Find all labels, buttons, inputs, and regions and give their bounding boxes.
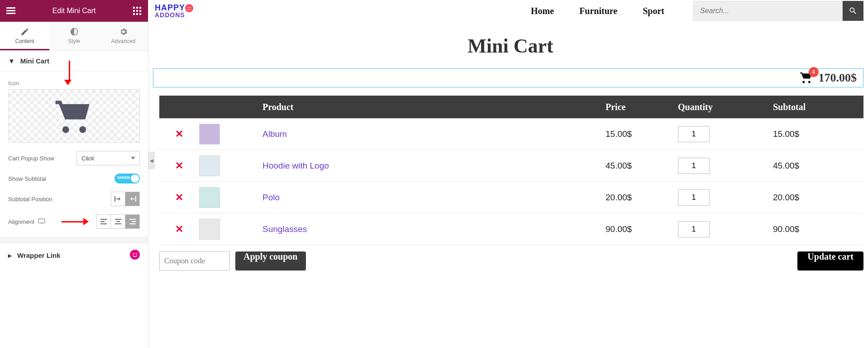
svg-rect-25 [129, 223, 136, 224]
product-thumb[interactable] [199, 219, 220, 240]
cart-icon[interactable]: 4 [799, 71, 814, 86]
cell-price: 90.00$ [606, 224, 678, 234]
icon-label: Icon [8, 80, 140, 87]
svg-point-31 [190, 7, 191, 8]
product-link[interactable]: Hoodie with Logo [262, 161, 329, 170]
quantity-input[interactable] [678, 126, 710, 142]
svg-rect-8 [139, 10, 141, 12]
icon-picker[interactable] [8, 89, 140, 143]
cart-popup-show-label: Cart Popup Show [8, 155, 54, 162]
svg-point-27 [133, 253, 134, 255]
toggle-knob [131, 174, 139, 183]
minicart-widget[interactable]: 4 170.00$ [153, 68, 863, 87]
svg-rect-14 [135, 196, 136, 202]
editor-panel: Edit Mini Cart Content Style Advanced ▼ … [0, 0, 148, 348]
show-subtotal-label: Show Subtotal [8, 175, 46, 182]
svg-rect-20 [115, 219, 121, 220]
remove-button[interactable]: ✕ [159, 223, 199, 235]
alignment-label: Alignment [8, 218, 34, 225]
main-nav: Home Furniture Sport [531, 6, 664, 16]
th-quantity: Quantity [678, 102, 773, 112]
subtotal-position-right[interactable] [125, 192, 140, 206]
alignment-group [96, 214, 140, 229]
align-right[interactable] [125, 214, 140, 229]
search-button[interactable] [843, 1, 863, 21]
tab-style-label: Style [68, 38, 80, 44]
section-mini-cart[interactable]: ▼ Mini Cart [0, 51, 148, 72]
nav-sport[interactable]: Sport [643, 6, 664, 16]
remove-button[interactable]: ✕ [159, 160, 199, 172]
product-thumb[interactable] [199, 155, 220, 176]
caret-right-icon: ▸ [8, 251, 12, 260]
site-topbar: HAPPY ADDONS Home Furniture Sport [153, 0, 868, 22]
svg-rect-23 [129, 219, 136, 220]
svg-rect-17 [100, 219, 107, 220]
subtotal-position-group [111, 192, 140, 206]
svg-rect-21 [116, 221, 120, 222]
section-wrapper-link[interactable]: ▸ Wrapper Link [0, 243, 148, 267]
th-product: Product [258, 102, 606, 112]
logo-line2: ADDONS [155, 12, 200, 18]
product-thumb[interactable] [199, 124, 220, 145]
align-center[interactable] [111, 214, 125, 229]
quantity-input[interactable] [678, 189, 710, 206]
subtotal-position-label: Subtotal Position [8, 196, 52, 203]
tab-advanced[interactable]: Advanced [99, 22, 148, 50]
svg-point-26 [130, 250, 140, 260]
nav-home[interactable]: Home [531, 6, 554, 16]
svg-rect-6 [133, 10, 135, 12]
product-thumb[interactable] [199, 187, 220, 208]
coupon-input[interactable] [159, 251, 230, 271]
cell-subtotal: 45.00$ [773, 161, 863, 171]
table-row: ✕ Hoodie with Logo 45.00$ 45.00$ [159, 150, 863, 182]
quantity-input[interactable] [678, 158, 710, 174]
tab-style[interactable]: Style [49, 22, 99, 50]
search-input[interactable] [693, 1, 843, 21]
svg-rect-13 [114, 196, 115, 202]
preview-area: HAPPY ADDONS Home Furniture Sport Mini C… [148, 0, 868, 348]
quantity-input[interactable] [678, 221, 710, 237]
annotation-arrow-down-head [64, 80, 72, 85]
subtotal-position-left[interactable] [111, 192, 125, 206]
cell-price: 45.00$ [606, 161, 678, 171]
section-wrapper-link-label: Wrapper Link [17, 251, 61, 259]
panel-header: Edit Mini Cart [0, 0, 148, 22]
widgets-icon[interactable] [131, 5, 143, 17]
align-left[interactable] [96, 214, 111, 229]
th-price: Price [606, 102, 678, 112]
show-subtotal-toggle[interactable]: SHOW [114, 174, 140, 184]
cell-subtotal: 90.00$ [773, 224, 863, 234]
logo-smiley-icon [185, 5, 193, 12]
page-title: Mini Cart [153, 34, 868, 58]
site-logo[interactable]: HAPPY ADDONS [155, 4, 200, 18]
table-row: ✕ Album 15.00$ 15.00$ [159, 118, 863, 150]
nav-furniture[interactable]: Furniture [579, 6, 617, 16]
remove-button[interactable]: ✕ [159, 192, 199, 203]
responsive-icon[interactable] [38, 218, 45, 225]
cell-price: 20.00$ [606, 193, 678, 203]
svg-rect-24 [132, 221, 136, 222]
tab-advanced-label: Advanced [111, 38, 135, 44]
toggle-show-label: SHOW [117, 175, 130, 180]
minicart-total: 170.00$ [819, 71, 857, 85]
menu-icon[interactable] [5, 5, 17, 17]
remove-button[interactable]: ✕ [159, 128, 199, 140]
table-row: ✕ Polo 20.00$ 20.00$ [159, 182, 863, 213]
product-link[interactable]: Polo [262, 193, 280, 202]
cart-popup-show-select[interactable] [76, 151, 140, 165]
caret-down-icon: ▼ [8, 57, 15, 65]
svg-point-28 [136, 253, 137, 255]
svg-rect-9 [133, 13, 135, 15]
table-header: Product Price Quantity Subtotal [159, 96, 863, 118]
product-link[interactable]: Sunglasses [262, 224, 307, 234]
svg-rect-0 [6, 7, 15, 9]
apply-coupon-button[interactable]: Apply coupon [235, 251, 306, 271]
tab-content[interactable]: Content [0, 22, 49, 50]
product-link[interactable]: Album [262, 129, 287, 139]
th-subtotal: Subtotal [773, 102, 863, 112]
cell-subtotal: 15.00$ [773, 129, 863, 139]
svg-rect-22 [115, 223, 121, 224]
logo-line1: HAPPY [155, 3, 185, 12]
svg-rect-1 [6, 10, 15, 11]
update-cart-button[interactable]: Update cart [797, 251, 863, 271]
